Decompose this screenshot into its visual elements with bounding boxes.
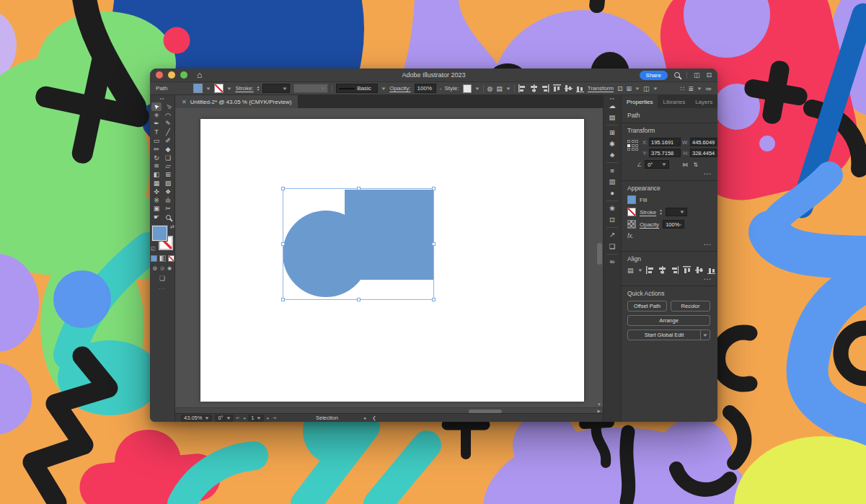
symbol-sprayer-tool[interactable]: ※	[151, 196, 162, 205]
eraser-tool[interactable]: ◆	[163, 145, 173, 154]
scroll-right-icon[interactable]: ▶	[597, 408, 601, 413]
w-field[interactable]: 445.6049	[690, 138, 717, 146]
artboards-icon[interactable]: ⊞	[605, 127, 619, 138]
rotate-tool[interactable]: ↻	[151, 154, 162, 162]
appearance-opacity-label[interactable]: Opacity	[640, 221, 659, 228]
align-center-icon[interactable]	[530, 84, 538, 92]
vertical-scrollbar[interactable]: ▼	[597, 110, 602, 406]
default-fill-stroke-icon[interactable]: ◱	[151, 246, 156, 252]
screen-mode-icon[interactable]: ⊡	[706, 71, 712, 79]
stroke-weight-field[interactable]: ▼	[262, 84, 290, 93]
export-icon[interactable]: ↗	[605, 229, 619, 241]
arrange-documents-icon[interactable]: ◫	[694, 71, 700, 79]
selection-tool[interactable]: ➤	[151, 102, 162, 111]
edit-toolbar-icon[interactable]: ···	[159, 286, 166, 291]
selection-bounding-box[interactable]	[283, 188, 434, 300]
selection-handle[interactable]	[357, 187, 361, 190]
align-to-chevron-icon[interactable]: ▼	[637, 268, 642, 273]
selection-handle[interactable]	[432, 298, 436, 301]
artboard-tool[interactable]: ▣	[151, 205, 162, 213]
panel-align-bottom-icon[interactable]	[707, 266, 715, 274]
pencil-tool[interactable]: ✏	[151, 145, 162, 154]
opacity-field[interactable]: 100%	[415, 84, 436, 93]
style-chevron-icon[interactable]: ▼	[474, 87, 480, 91]
column-graph-tool[interactable]: ılı	[163, 196, 173, 205]
opacity-arrow-icon[interactable]: ›	[439, 87, 441, 91]
zoom-level-dropdown[interactable]: 43.05% ▼	[181, 415, 212, 422]
transform-link[interactable]: Transform	[588, 85, 614, 92]
stroke-weight-stepper[interactable]: ▴▾	[257, 86, 260, 92]
previous-artboard-icon[interactable]: ◂	[243, 415, 245, 421]
perspective-grid-tool[interactable]: ⊞	[163, 170, 173, 179]
horizontal-scrollbar-handle[interactable]	[469, 410, 502, 413]
rotation-dropdown[interactable]: 0° ▼	[215, 415, 233, 422]
menu-list-icon[interactable]: ≔	[705, 85, 712, 92]
start-global-edit-button[interactable]: Start Global Edit ▼	[627, 330, 710, 340]
panel-align-top-icon[interactable]	[683, 266, 691, 274]
workspace-switcher-icon[interactable]: ≣	[689, 85, 694, 92]
close-window-button[interactable]	[156, 71, 163, 79]
transform-more-options-icon[interactable]: •••	[627, 172, 712, 176]
shape-options-chevron-icon[interactable]: ▼	[635, 87, 640, 91]
layers-panel-icon[interactable]: ❏	[605, 241, 619, 252]
first-artboard-icon[interactable]: ⇤	[237, 415, 240, 421]
lasso-tool[interactable]: ◠	[163, 111, 173, 120]
eyedropper-tool[interactable]: ✜	[151, 187, 162, 196]
color-mode-button[interactable]	[151, 255, 157, 262]
hand-tool[interactable]: ☛	[151, 213, 162, 221]
change-screen-mode-icon[interactable]: ❏	[159, 275, 165, 282]
share-button[interactable]: Share	[640, 71, 668, 80]
selection-handle[interactable]	[357, 298, 361, 301]
x-field[interactable]: 195.1691	[649, 138, 681, 146]
h-field[interactable]: 328.4454	[690, 149, 717, 157]
stroke-stepper[interactable]: ▴▾	[660, 209, 662, 215]
paintbrush-tool[interactable]: ✐	[163, 136, 173, 145]
none-mode-button[interactable]	[168, 255, 174, 262]
type-tool[interactable]: T	[151, 128, 162, 136]
align-top-icon[interactable]	[553, 84, 561, 92]
recolor-button[interactable]: Recolor	[671, 301, 710, 311]
tools-drag-handle[interactable]: ••	[160, 97, 165, 100]
panel-align-middle-icon[interactable]	[695, 266, 703, 274]
symbols-icon[interactable]: ⊡	[605, 214, 619, 226]
artboard-chevron-icon[interactable]: ▼	[256, 416, 262, 420]
workspace-chevron-icon[interactable]: ▼	[697, 87, 702, 91]
gradient-mode-button[interactable]	[159, 255, 166, 262]
mesh-tool[interactable]: ▦	[151, 179, 162, 187]
rectangle-tool[interactable]: ▭	[151, 136, 162, 145]
selection-handle[interactable]	[281, 187, 285, 190]
tab-layers[interactable]: Layers	[690, 95, 717, 108]
search-icon[interactable]	[674, 72, 680, 78]
zoom-tool[interactable]	[163, 213, 173, 221]
draw-normal-icon[interactable]: ◍	[153, 265, 157, 271]
width-tool[interactable]: ≋	[151, 162, 162, 171]
canvas-pasteboard[interactable]: ▼	[175, 108, 603, 407]
flip-horizontal-icon[interactable]: ⋈	[682, 162, 688, 168]
arrange-button[interactable]: Arrange	[627, 315, 710, 326]
align-more-options-icon[interactable]: •••	[627, 277, 712, 281]
last-artboard-icon[interactable]: ⇥	[273, 415, 276, 421]
flip-vertical-icon[interactable]: ⇅	[693, 162, 698, 168]
panel-align-right-icon[interactable]	[671, 266, 679, 274]
shape-builder-tool[interactable]: ◧	[151, 170, 162, 179]
swap-fill-stroke-icon[interactable]: ⇄	[170, 224, 174, 230]
grid-options-icon[interactable]: ∷	[681, 85, 685, 92]
brush-dropdown[interactable]: Basic	[336, 84, 378, 93]
3d-materials-icon[interactable]: ●	[605, 187, 619, 199]
links-icon[interactable]: ∞	[605, 256, 619, 268]
y-field[interactable]: 375.7158	[649, 149, 681, 157]
rotation-angle-dropdown[interactable]: 0° ▼	[645, 160, 669, 169]
draw-behind-icon[interactable]: ◎	[160, 265, 164, 271]
appearance-opacity-field[interactable]: 100% ›	[663, 220, 684, 229]
tab-properties[interactable]: Properties	[622, 95, 658, 108]
stroke-color-swatch[interactable]	[214, 84, 224, 93]
status-play-icon[interactable]: ▸	[364, 415, 366, 421]
appearance-fill-swatch[interactable]	[627, 195, 636, 204]
curvature-tool[interactable]: ✎	[163, 120, 173, 128]
selection-handle[interactable]	[432, 242, 436, 246]
free-transform-tool[interactable]: ▱	[163, 162, 173, 171]
pattern-options-icon[interactable]: ❀	[605, 203, 619, 214]
shape-options-icon[interactable]: ⊞	[627, 85, 632, 92]
tab-libraries[interactable]: Libraries	[658, 95, 690, 108]
appearance-stroke-swatch[interactable]	[627, 208, 636, 216]
